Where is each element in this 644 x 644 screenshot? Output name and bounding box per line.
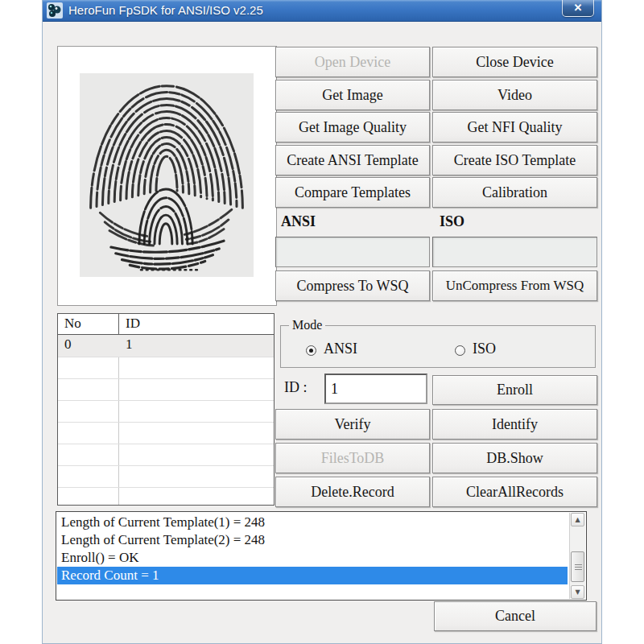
column-header-id: ID <box>126 316 140 332</box>
window-title: HeroFun FpSDK for ANSI/ISO v2.25 <box>68 3 263 17</box>
log-line[interactable]: Length of Current Template(1) = 248 <box>57 514 568 531</box>
calibration-button[interactable]: Calibration <box>432 177 597 208</box>
row-separator <box>58 465 274 466</box>
close-button[interactable]: ✕ <box>562 0 594 17</box>
id-input[interactable] <box>324 374 427 404</box>
uncompress-from-wsq-button[interactable]: UnCompress From WSQ <box>432 270 597 301</box>
close-device-button[interactable]: Close Device <box>432 47 597 77</box>
record-table-header: No ID <box>58 314 274 335</box>
compress-to-wsq-button[interactable]: Compress To WSQ <box>275 270 430 301</box>
db-show-button[interactable]: DB.Show <box>432 443 597 473</box>
record-table[interactable]: No ID 0 1 <box>57 313 275 506</box>
log-line[interactable]: Length of Current Template(2) = 248 <box>57 531 568 549</box>
iso-template-field[interactable] <box>432 237 597 267</box>
row-separator <box>58 487 274 488</box>
identify-button[interactable]: Identify <box>432 409 597 440</box>
close-icon: ✕ <box>574 2 583 14</box>
radio-iso[interactable] <box>455 345 465 356</box>
scrollbar-thumb[interactable] <box>571 551 584 582</box>
scroll-up-button[interactable]: ▲ <box>571 513 584 526</box>
iso-label: ISO <box>440 213 464 230</box>
enroll-button[interactable]: Enroll <box>432 375 597 405</box>
row-separator <box>58 400 274 401</box>
mode-groupbox: Mode ANSI ISO <box>280 325 596 368</box>
log-line[interactable]: Enroll() = OK <box>57 549 568 567</box>
radio-dot <box>309 349 313 353</box>
table-row[interactable]: 0 1 <box>58 335 274 357</box>
log-line-selected[interactable]: Record Count = 1 <box>57 567 568 584</box>
radio-ansi-label[interactable]: ANSI <box>324 341 357 357</box>
verify-button[interactable]: Verify <box>275 409 430 440</box>
row-cell-no: 0 <box>64 336 72 353</box>
vertical-scrollbar[interactable]: ▲ ▼ <box>569 513 585 599</box>
scroll-down-icon: ▼ <box>575 588 580 596</box>
log-listbox[interactable]: Length of Current Template(1) = 248 Leng… <box>56 511 587 601</box>
column-header-no: No <box>64 316 81 332</box>
row-separator <box>58 444 274 444</box>
app-icon <box>47 2 63 19</box>
get-image-quality-button[interactable]: Get Image Quality <box>275 112 430 142</box>
scroll-down-button[interactable]: ▼ <box>571 585 584 599</box>
fingerprint-panel <box>57 46 277 306</box>
video-button[interactable]: Video <box>432 80 597 110</box>
mode-groupbox-title: Mode <box>289 318 325 332</box>
id-label: ID : <box>284 379 308 396</box>
get-image-button[interactable]: Get Image <box>275 80 430 110</box>
cancel-button[interactable]: Cancel <box>434 601 597 631</box>
files-to-db-button: FilesToDB <box>275 443 430 473</box>
thumb-grip-icon <box>575 564 582 571</box>
row-separator <box>58 378 274 379</box>
ansi-template-field[interactable] <box>275 237 430 267</box>
titlebar: HeroFun FpSDK for ANSI/ISO v2.25 ✕ <box>43 0 601 22</box>
row-separator <box>58 357 274 357</box>
app-window: HeroFun FpSDK for ANSI/ISO v2.25 ✕ <box>42 0 602 644</box>
delete-record-button[interactable]: Delete.Record <box>275 477 430 507</box>
create-iso-template-button[interactable]: Create ISO Template <box>432 145 597 175</box>
create-ansi-template-button[interactable]: Create ANSI Template <box>275 145 430 175</box>
scroll-up-icon: ▲ <box>575 516 580 523</box>
ansi-label: ANSI <box>281 213 316 230</box>
fingerprint-image <box>80 72 254 279</box>
radio-ansi[interactable] <box>306 345 316 356</box>
row-cell-id: 1 <box>126 336 133 353</box>
radio-iso-label[interactable]: ISO <box>473 341 496 357</box>
row-separator <box>58 422 274 423</box>
column-divider-header <box>118 314 119 335</box>
get-nfi-quality-button[interactable]: Get NFI Quality <box>432 112 597 142</box>
open-device-button: Open Device <box>275 47 430 77</box>
clear-all-records-button[interactable]: ClearAllRecords <box>432 477 597 507</box>
compare-templates-button[interactable]: Compare Templates <box>275 177 430 208</box>
